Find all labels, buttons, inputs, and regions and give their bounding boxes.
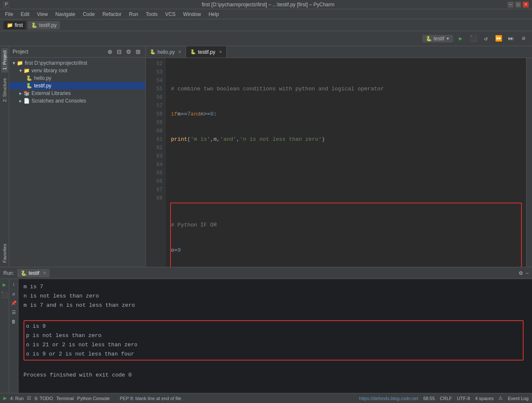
rerun-run-button[interactable]: ↺ (10, 290, 18, 298)
project-testif-tab[interactable]: 🐍 testif.py (28, 21, 60, 29)
coverage-button[interactable]: ⏩ (493, 34, 503, 44)
play-button[interactable]: ▶ (1, 281, 8, 288)
event-log-label[interactable]: Event Log (508, 396, 529, 401)
code-content[interactable]: # combine two boolean conditions with py… (166, 58, 526, 267)
run-config-selector[interactable]: 🐍 testif ▼ (422, 35, 453, 42)
output-line-process-finished: Process finished with exit code 0 (24, 371, 527, 380)
project-panel-tab[interactable]: 1: Project (1, 48, 8, 72)
editor-scrollbar[interactable] (526, 58, 532, 267)
run-tab-close-icon[interactable]: ✕ (43, 271, 46, 275)
minimize-button[interactable]: − (508, 2, 514, 8)
output-line-p-not-less: p is not less than zero (26, 331, 521, 340)
crlf-display[interactable]: CRLF (440, 396, 452, 401)
status-bar-right: https://defonds.blog.csdn.net 68:55 CRLF… (359, 395, 529, 401)
gear-icon[interactable]: ⊞ (134, 48, 142, 55)
run-status-icon[interactable]: ▶ (3, 395, 7, 401)
output-line-blank (24, 310, 527, 319)
profile-button[interactable]: ⏭ (506, 34, 516, 44)
run-config-icon: 🐍 (426, 36, 432, 42)
menu-edit[interactable]: Edit (17, 11, 33, 18)
arrow-right-icon: ▸ (19, 90, 22, 96)
stop-run-button[interactable]: ⬛ (1, 291, 8, 298)
menu-button[interactable]: ≡ (519, 34, 529, 44)
tree-item-scratches[interactable]: ▸ 📄 Scratches and Consoles (9, 97, 145, 105)
structure-panel-tab[interactable]: 2: Structure (1, 76, 8, 105)
output-line-o-is-9: o is 9 (26, 322, 521, 331)
editor-tab-testif[interactable]: 🐍 testif.py ✕ (186, 46, 226, 58)
trash-button[interactable]: 🗑 (10, 318, 18, 325)
run-sidebar-controls: ▶ ⬛ (0, 279, 9, 393)
hello-tab-close[interactable]: ✕ (178, 50, 181, 54)
tree-item-first-project[interactable]: ▾ 📁 first D:\pycharmprojects\first (9, 59, 145, 67)
settings-icon[interactable]: ⚙ (125, 48, 133, 55)
project-first-tab[interactable]: 📁 first (3, 21, 26, 29)
editor-tab-hello[interactable]: 🐍 hello.py ✕ (146, 46, 186, 58)
charset-display[interactable]: UTF-8 (457, 396, 470, 401)
todo-status-icon[interactable]: ☑ (27, 395, 31, 401)
run-panel-minimize-icon[interactable]: − (526, 270, 529, 276)
pin-button[interactable]: 📌 (10, 299, 18, 307)
menu-tools[interactable]: Tools (142, 11, 161, 18)
run-panel-gear-icon[interactable]: ⚙ (519, 270, 523, 276)
pep-warning: PEP 8: blank line at end of file (120, 396, 181, 401)
stop-button[interactable]: ⬛ (468, 34, 478, 44)
run-button[interactable]: ▶ (456, 34, 466, 44)
menu-view[interactable]: View (34, 11, 51, 18)
status-bar: ▶ 4: Run ☑ 6: TODO Terminal Python Conso… (0, 393, 532, 403)
tree-item-testif-py[interactable]: 🐍 testif.py (9, 82, 145, 90)
run-tabs: Run: 🐍 testif ✕ (3, 269, 50, 277)
menu-window[interactable]: Window (180, 11, 204, 18)
testif-tab-icon: 🐍 (190, 49, 196, 55)
tree-item-label-first: first D:\pycharmprojects\first (25, 60, 87, 66)
run-status-label[interactable]: 4: Run (10, 396, 24, 401)
indent-display[interactable]: 4 spaces (475, 396, 493, 401)
menu-help[interactable]: Help (205, 11, 223, 18)
testif-tab-label: testif.py (198, 49, 215, 55)
event-log-icon: ⚠ (498, 395, 503, 401)
menu-file[interactable]: File (2, 11, 16, 18)
close-button[interactable]: ✕ (523, 2, 529, 8)
line-col-display[interactable]: 68:55 (423, 396, 435, 401)
hello-tab-icon: 🐍 (150, 49, 156, 55)
project-tab2-label: testif.py (39, 22, 56, 28)
todo-status-label[interactable]: 6: TODO (34, 396, 53, 401)
run-testif-tab[interactable]: 🐍 testif ✕ (17, 269, 49, 277)
output-line-o-is-21: o is 21 or 2 is not less than zero (26, 340, 521, 350)
tree-item-label-venv: venv library root (31, 68, 67, 74)
run-label: Run: (3, 270, 14, 276)
rerun-button[interactable]: ↺ (481, 34, 491, 44)
run-output[interactable]: m is 7 n is not less than zero m is 7 an… (18, 279, 532, 393)
favorites-panel-tab[interactable]: Favorites (1, 241, 8, 265)
code-line-56: # Python IF OR (171, 221, 521, 229)
maximize-button[interactable]: □ (515, 2, 521, 8)
testif-tab-close[interactable]: ✕ (219, 50, 222, 54)
menu-navigate[interactable]: Navigate (52, 11, 79, 18)
menu-run[interactable]: Run (126, 11, 142, 18)
settings-run-button[interactable]: ☰ (10, 308, 18, 316)
run-panel-controls: ⚙ − (519, 270, 529, 276)
project-tab-label: first (15, 22, 23, 28)
console-status-label[interactable]: Python Console (77, 396, 110, 401)
tree-item-venv[interactable]: ▾ 📁 venv library root (9, 67, 145, 74)
editor-tabs: 🐍 hello.py ✕ 🐍 testif.py ✕ (146, 46, 532, 58)
add-icon[interactable]: ⊕ (106, 48, 114, 55)
collapse-icon[interactable]: ⊟ (115, 48, 123, 55)
bottom-panel: Run: 🐍 testif ✕ ⚙ − ▶ ⬛ ↕ ↺ 📌 ☰ 🗑 m is 7… (0, 267, 532, 393)
menu-refactor[interactable]: Refactor (99, 11, 125, 18)
toolbar: 🐍 testif ▼ ▶ ⬛ ↺ ⏩ ⏭ ≡ (0, 31, 532, 46)
project-tree: ▾ 📁 first D:\pycharmprojects\first ▾ 📁 v… (9, 58, 145, 267)
output-line-n-not-less: n is not less than zero (24, 292, 527, 301)
terminal-status-label[interactable]: Terminal (56, 396, 74, 401)
scroll-to-end-button[interactable]: ↕ (10, 281, 18, 288)
tree-item-hello-py[interactable]: 🐍 hello.py (9, 74, 145, 82)
code-editor[interactable]: 52 53 54 55 56 57 58 59 60 61 62 63 64 6… (146, 58, 532, 267)
run-panel-content: ▶ ⬛ ↕ ↺ 📌 ☰ 🗑 m is 7 n is not less than … (0, 279, 532, 393)
tree-item-external-libs[interactable]: ▸ 📚 External Libraries (9, 90, 145, 97)
code-line-53: if m == 7 and n >= 0: (171, 110, 521, 119)
hello-tab-label: hello.py (157, 49, 175, 55)
project-sidebar: Project ⊕ ⊟ ⚙ ⊞ ▾ 📁 first D:\pycharmproj… (9, 46, 146, 267)
code-line-52: # combine two boolean conditions with py… (171, 85, 521, 93)
sidebar-header: Project ⊕ ⊟ ⚙ ⊞ (9, 46, 145, 58)
menu-code[interactable]: Code (79, 11, 98, 18)
menu-vcs[interactable]: VCS (162, 11, 179, 18)
